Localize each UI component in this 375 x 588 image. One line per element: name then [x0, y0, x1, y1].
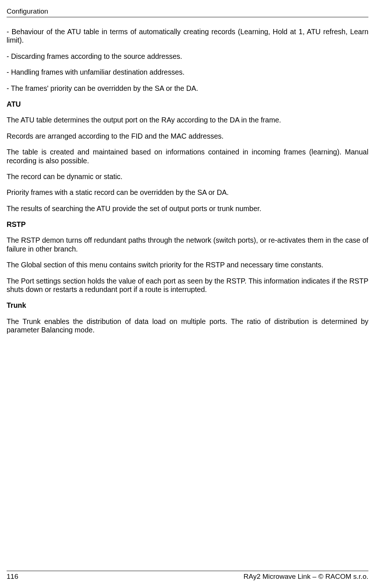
header-title: Configuration	[7, 7, 48, 15]
paragraph: - Discarding frames according to the sou…	[7, 52, 368, 61]
document-page: Configuration - Behaviour of the ATU tab…	[0, 0, 375, 588]
paragraph: - The frames' priority can be overridden…	[7, 84, 368, 93]
paragraph: The record can be dynamic or static.	[7, 172, 368, 181]
paragraph: The Port settings section holds the valu…	[7, 277, 368, 294]
paragraph: - Behaviour of the ATU table in terms of…	[7, 28, 368, 45]
paragraph: The Global section of this menu contains…	[7, 261, 368, 269]
footer-source: RAy2 Microwave Link – © RACOM s.r.o.	[244, 573, 368, 581]
paragraph: The RSTP demon turns off redundant paths…	[7, 236, 368, 253]
section-heading-atu: ATU	[7, 100, 368, 108]
page-header: Configuration	[7, 7, 368, 17]
paragraph: Priority frames with a static record can…	[7, 188, 368, 197]
paragraph: The results of searching the ATU provide…	[7, 204, 368, 213]
page-number: 116	[7, 573, 18, 581]
paragraph: The table is created and maintained base…	[7, 148, 368, 165]
paragraph: - Handling frames with unfamiliar destin…	[7, 68, 368, 76]
paragraph: Records are arranged according to the FI…	[7, 132, 368, 140]
page-footer: 116 RAy2 Microwave Link – © RACOM s.r.o.	[7, 571, 368, 581]
section-heading-trunk: Trunk	[7, 301, 368, 310]
page-content: - Behaviour of the ATU table in terms of…	[7, 28, 368, 563]
section-heading-rstp: RSTP	[7, 220, 368, 229]
paragraph: The ATU table determines the output port…	[7, 116, 368, 124]
paragraph: The Trunk enables the distribution of da…	[7, 317, 368, 335]
